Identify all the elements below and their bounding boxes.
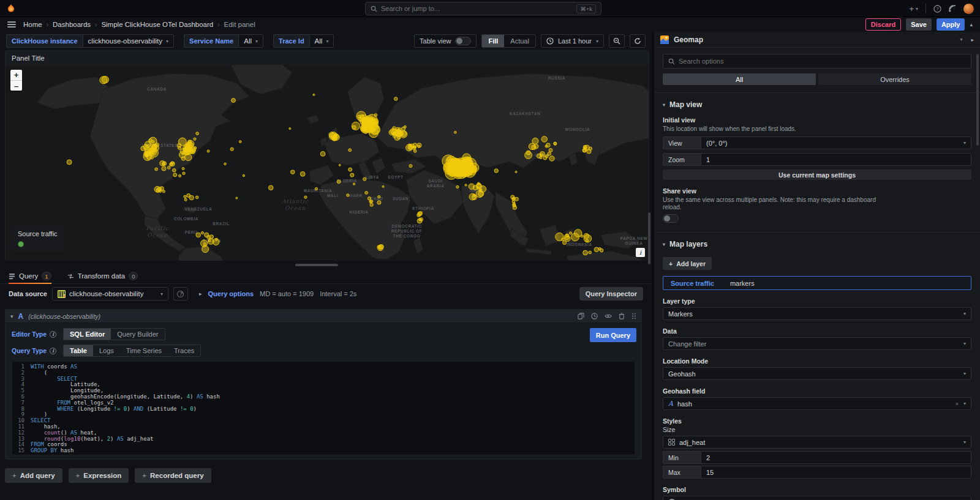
variable-value-dropdown[interactable]: clickhouse-observability▾	[83, 34, 174, 48]
panel-title[interactable]: Panel Title	[6, 51, 649, 65]
help-icon[interactable]: ?	[933, 5, 941, 13]
map-canvas[interactable]: RUSSIACANADAUNITED STATESKAZAKHSTANMONGO…	[6, 65, 649, 261]
variable-value-dropdown[interactable]: All▾	[309, 34, 334, 48]
options-search[interactable]	[663, 54, 971, 69]
sql-code-line[interactable]: 15GROUP BY hash	[12, 448, 635, 454]
share-view-toggle[interactable]	[663, 214, 679, 223]
add-layer-button[interactable]: +Add layer	[663, 257, 712, 270]
zoom-out-button[interactable]: –	[10, 80, 22, 91]
editor-type-row: Editor Typei SQL Editor Query Builder	[12, 328, 635, 340]
search-input[interactable]	[381, 5, 573, 12]
sql-code-line[interactable]: 2 (	[12, 370, 635, 376]
history-clock-icon[interactable]	[591, 313, 598, 319]
chevron-right-icon[interactable]: ▸	[199, 291, 202, 297]
query-row-header[interactable]: ▾ A (clickhouse-observability)	[6, 310, 641, 323]
sql-code-line[interactable]: 4 Latitude,	[12, 382, 635, 388]
zoom-field-input[interactable]: 1	[701, 153, 971, 166]
sidebar-scrollbar[interactable]	[976, 54, 979, 146]
tab-transform-data[interactable]: Transform data 0	[67, 272, 138, 283]
location-mode-select[interactable]: Geohash▾	[663, 367, 971, 380]
query-builder-option[interactable]: Query Builder	[111, 329, 164, 340]
use-current-map-settings-button[interactable]: Use current map settings	[663, 170, 971, 180]
sql-code-line[interactable]: 10SELECT	[12, 418, 635, 424]
variable-value-dropdown[interactable]: All▾	[238, 34, 263, 48]
time-range-picker[interactable]: Last 1 hour ▾	[541, 34, 604, 48]
visualization-picker[interactable]: Geomap ▾ ▸	[654, 32, 980, 48]
tab-query[interactable]: Query 1	[9, 272, 51, 283]
time-series-option[interactable]: Time Series	[120, 345, 168, 356]
breadcrumb-item[interactable]: Dashboards	[53, 21, 91, 28]
sql-editor[interactable]: 1WITH coords AS2 (3 SELECT4 Latitude,5 L…	[12, 361, 635, 455]
collapse-pane-icon[interactable]: ▸	[971, 37, 974, 43]
expression-button[interactable]: +Expression	[69, 468, 129, 483]
save-button[interactable]: Save	[906, 18, 932, 31]
global-search[interactable]: ⌘+k	[365, 2, 601, 15]
tab-overrides[interactable]: Overrides	[818, 73, 971, 85]
run-query-button[interactable]: Run Query	[590, 328, 636, 342]
table-view-toggle[interactable]	[455, 37, 471, 45]
symbol-select[interactable]: circle.svg×	[663, 496, 971, 500]
traces-option[interactable]: Traces	[168, 345, 200, 356]
map-layers-section-header[interactable]: ▾Map layers	[663, 240, 971, 248]
clear-icon[interactable]: ×	[956, 401, 959, 407]
sql-code-line[interactable]: 9 )	[12, 412, 635, 418]
layer-type-select[interactable]: Markers▾	[663, 307, 971, 320]
map-marker	[549, 156, 554, 161]
sql-code-line[interactable]: 11 hash,	[12, 424, 635, 430]
min-input[interactable]: 2	[701, 451, 971, 464]
options-search-input[interactable]	[679, 58, 966, 65]
sql-code-line[interactable]: 3 SELECT	[12, 376, 635, 382]
geohash-field-select[interactable]: Ahash×▾	[663, 397, 971, 410]
add-query-button[interactable]: +Add query	[5, 468, 62, 483]
chevron-down-icon: ▾	[160, 291, 163, 297]
eye-icon[interactable]	[605, 313, 612, 319]
fill-option[interactable]: Fill	[482, 35, 504, 47]
news-rss-icon[interactable]	[949, 5, 956, 12]
recorded-query-button[interactable]: +Recorded query	[135, 468, 211, 483]
country-label: ETHIOPIA	[412, 206, 434, 211]
refresh-button[interactable]	[630, 34, 646, 48]
panel-resize-handle[interactable]	[295, 264, 338, 266]
map-marker	[236, 197, 238, 199]
clickhouse-datasource-icon	[58, 290, 66, 298]
zoom-in-button[interactable]: +	[10, 70, 22, 80]
sql-editor-option[interactable]: SQL Editor	[64, 329, 111, 340]
menu-toggle-icon[interactable]	[7, 21, 16, 28]
view-field-select[interactable]: (0°, 0°)▾	[701, 136, 971, 149]
query-inspector-button[interactable]: Query Inspector	[579, 287, 643, 300]
copy-icon[interactable]	[578, 313, 584, 319]
collapse-options-icon[interactable]: ▴	[970, 21, 973, 28]
breadcrumb-separator: ›	[217, 21, 219, 28]
map-marker	[369, 200, 372, 203]
apply-button[interactable]: Apply	[937, 18, 965, 31]
new-menu-button[interactable]: +▾	[909, 4, 918, 13]
sql-code-line[interactable]: 1WITH coords AS	[12, 364, 635, 370]
logs-option[interactable]: Logs	[93, 345, 120, 356]
trash-icon[interactable]	[619, 313, 625, 319]
collapse-query-icon[interactable]: ▾	[10, 313, 13, 319]
max-input[interactable]: 15	[701, 466, 971, 479]
breadcrumb-item[interactable]: Home	[23, 21, 42, 28]
data-filter-select[interactable]: Change filter▾	[663, 337, 971, 350]
datasource-help-button[interactable]: ?	[173, 287, 188, 300]
chevron-down-icon[interactable]: ▾	[960, 37, 962, 43]
left-pane-scrollbar[interactable]	[648, 212, 650, 264]
zoom-out-time-button[interactable]	[609, 34, 625, 48]
size-field-select[interactable]: adj_heat▾	[663, 436, 971, 449]
layer-row-source-traffic[interactable]: Source traffic markers	[663, 276, 971, 290]
table-option[interactable]: Table	[64, 345, 93, 356]
sql-code-line[interactable]: 13 round(log10(heat), 2) AS adj_heat	[12, 436, 635, 442]
grafana-logo-icon[interactable]	[6, 4, 16, 13]
discard-button[interactable]: Discard	[865, 18, 901, 31]
map-view-section-header[interactable]: ▾Map view	[663, 100, 971, 109]
user-avatar[interactable]	[963, 4, 974, 14]
query-options-link[interactable]: Query options	[208, 290, 254, 297]
breadcrumb-item[interactable]: Simple ClickHouse OTel Dashboard	[101, 21, 213, 28]
drag-handle-icon[interactable]	[631, 313, 636, 319]
sql-code-line[interactable]: 14FROM coords	[12, 442, 635, 448]
datasource-picker[interactable]: clickhouse-observability ▾	[52, 287, 168, 300]
map-attribution-info-button[interactable]: i	[636, 248, 645, 257]
tab-all[interactable]: All	[663, 73, 816, 85]
sql-code-line[interactable]: 8 WHERE (Longitude != 0) AND (Latitude !…	[12, 406, 635, 412]
actual-option[interactable]: Actual	[504, 35, 535, 47]
